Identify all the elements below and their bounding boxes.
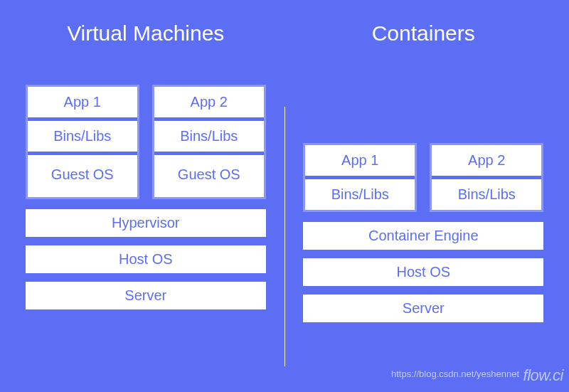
vm-app-1: App 1 (28, 87, 137, 121)
vm-column: Virtual Machines App 1 Bins/Libs Guest O… (21, 21, 284, 349)
vm-hostos: Host OS (26, 245, 266, 273)
vm-app-2: App 2 (154, 87, 264, 121)
divider (284, 107, 285, 366)
vm-group-2: App 2 Bins/Libs Guest OS (152, 85, 266, 199)
container-hostos: Host OS (303, 258, 543, 286)
vm-server: Server (26, 282, 266, 309)
vm-top-stack: App 1 Bins/Libs Guest OS App 2 Bins/Libs… (21, 85, 270, 199)
container-group-1: App 1 Bins/Libs (303, 143, 417, 212)
container-libs-2: Bins/Libs (432, 179, 541, 210)
watermark-url: https://blog.csdn.net/yeshennet (391, 369, 519, 379)
vm-libs-1: Bins/Libs (28, 121, 137, 155)
vm-guestos-2: Guest OS (154, 155, 264, 197)
container-libs-1: Bins/Libs (305, 179, 415, 210)
container-server: Server (303, 295, 543, 322)
vm-hypervisor: Hypervisor (26, 209, 266, 237)
vm-guestos-1: Guest OS (28, 155, 137, 197)
container-group-2: App 2 Bins/Libs (430, 143, 543, 212)
container-app-2: App 2 (432, 145, 541, 179)
container-title: Containers (372, 21, 475, 46)
vm-group-1: App 1 Bins/Libs Guest OS (26, 85, 139, 199)
container-app-1: App 1 (305, 145, 415, 179)
container-engine: Container Engine (303, 222, 543, 250)
container-top-stack: App 1 Bins/Libs App 2 Bins/Libs (299, 143, 548, 212)
watermark-logo: flow.ci (523, 366, 563, 385)
vm-title: Virtual Machines (67, 21, 224, 46)
vm-libs-2: Bins/Libs (154, 121, 264, 155)
diagram-container: Virtual Machines App 1 Bins/Libs Guest O… (0, 0, 569, 392)
container-column: Containers App 1 Bins/Libs App 2 Bins/Li… (285, 21, 548, 349)
